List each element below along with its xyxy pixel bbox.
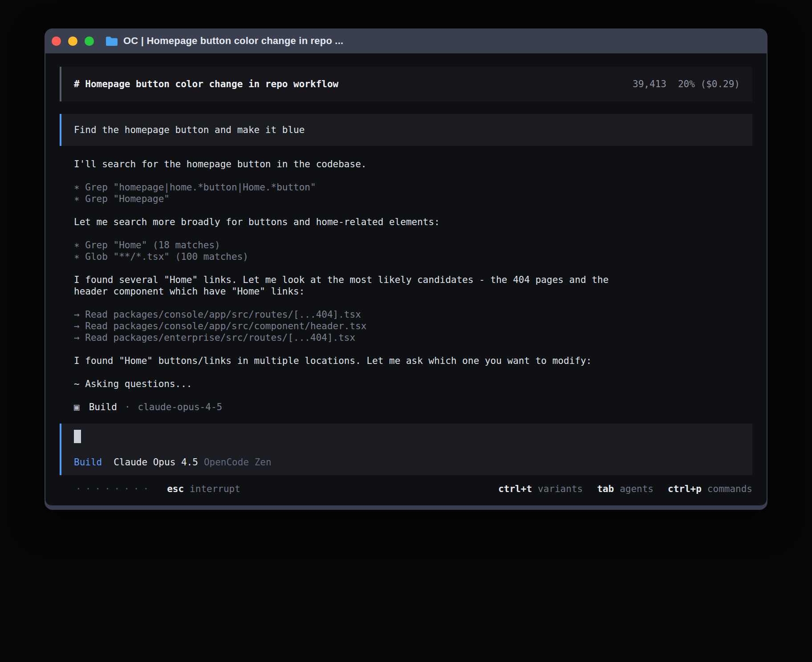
titlebar[interactable]: OC | Homepage button color change in rep… — [45, 28, 767, 53]
status-bar: ········ esc interrupt ctrl+t variants t… — [60, 483, 752, 495]
esc-key-label: interrupt — [190, 483, 240, 495]
shortcut-key: tab — [597, 483, 614, 495]
esc-key-hint: esc — [167, 483, 184, 495]
read-file-line: → Read packages/enterprise/src/routes/[.… — [74, 332, 752, 343]
shortcut-commands: ctrl+p commands — [668, 483, 752, 495]
read-file-line: → Read packages/console/app/src/componen… — [74, 320, 752, 332]
read-file-line: → Read packages/console/app/src/routes/[… — [74, 309, 752, 320]
close-button[interactable] — [52, 36, 61, 46]
agent-name: Build — [89, 401, 117, 413]
user-message: Find the homepage button and make it blu… — [60, 114, 752, 146]
shortcut-label: agents — [620, 483, 654, 495]
prompt-input[interactable]: Build Claude Opus 4.5 OpenCode Zen — [60, 424, 752, 475]
folder-icon — [106, 36, 118, 46]
shortcut-agents: tab agents — [597, 483, 654, 495]
separator-dot: · — [125, 401, 130, 413]
input-meta-row: Build Claude Opus 4.5 OpenCode Zen — [74, 456, 740, 468]
shortcut-variants: ctrl+t variants — [498, 483, 583, 495]
agent-mode-label: Build — [74, 456, 102, 468]
shortcut-key: ctrl+t — [498, 483, 532, 495]
status-left: ········ esc interrupt — [76, 483, 240, 495]
assistant-text: I found "Home" buttons/links in multiple… — [74, 355, 626, 367]
session-header: # Homepage button color change in repo w… — [60, 67, 752, 101]
status-shortcuts: ctrl+t variants tab agents ctrl+p comman… — [484, 483, 752, 495]
assistant-text: Let me search more broadly for buttons a… — [74, 216, 626, 228]
zoom-button[interactable] — [85, 36, 94, 46]
terminal-content[interactable]: # Homepage button color change in repo w… — [45, 53, 767, 505]
token-count: 39,413 — [633, 78, 666, 90]
tool-call-group: ∗ Grep "homepage|home.*button|Home.*butt… — [74, 182, 752, 205]
session-stats: 39,413 20% ($0.29) — [633, 78, 740, 90]
user-message-text: Find the homepage button and make it blu… — [74, 125, 304, 135]
terminal-window: OC | Homepage button color change in rep… — [45, 28, 767, 510]
shortcut-label: commands — [707, 483, 752, 495]
agent-icon: ▣ — [74, 401, 80, 413]
traffic-lights — [52, 36, 94, 46]
window-title: OC | Homepage button color change in rep… — [123, 35, 343, 47]
session-title: # Homepage button color change in repo w… — [74, 78, 338, 90]
agent-model-name: claude-opus-4-5 — [138, 401, 223, 413]
tool-call-line: ∗ Grep "homepage|home.*button|Home.*butt… — [74, 182, 752, 193]
assistant-status-text: ~ Asking questions... — [74, 378, 626, 390]
assistant-text: I'll search for the homepage button in t… — [74, 158, 626, 170]
tool-call-group: → Read packages/console/app/src/routes/[… — [74, 309, 752, 343]
tool-call-line: ∗ Glob "**/*.tsx" (100 matches) — [74, 251, 752, 262]
context-cost: 20% ($0.29) — [678, 78, 740, 90]
model-label: Claude Opus 4.5 — [114, 456, 198, 468]
assistant-transcript: I'll search for the homepage button in t… — [60, 158, 752, 413]
shortcut-key: ctrl+p — [668, 483, 702, 495]
provider-label: OpenCode Zen — [204, 456, 272, 468]
tool-call-line: ∗ Grep "Home" (18 matches) — [74, 239, 752, 251]
agent-status-row: ▣ Build · claude-opus-4-5 — [74, 401, 752, 413]
text-cursor — [74, 430, 81, 443]
tool-call-line: ∗ Grep "Homepage" — [74, 193, 752, 205]
minimize-button[interactable] — [68, 36, 77, 46]
shortcut-label: variants — [538, 483, 583, 495]
assistant-text: I found several "Home" links. Let me loo… — [74, 274, 626, 297]
tool-call-group: ∗ Grep "Home" (18 matches) ∗ Glob "**/*.… — [74, 239, 752, 262]
progress-dots: ········ — [76, 483, 153, 495]
